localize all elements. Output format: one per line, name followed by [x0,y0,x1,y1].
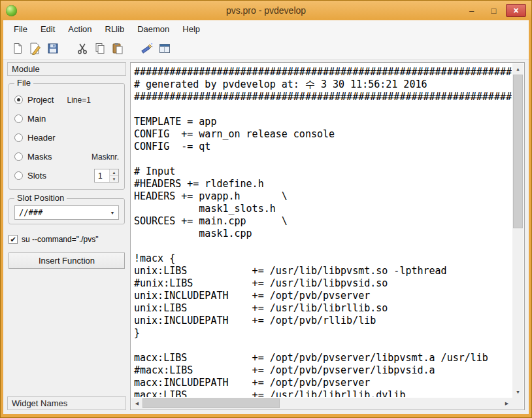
radio-icon [14,152,23,161]
module-panel: Module File Project Line=1 Main Hea [7,62,126,410]
menu-action[interactable]: Action [61,22,98,37]
radio-main[interactable]: Main [14,109,119,128]
designer-brush-icon [141,42,154,55]
open-button[interactable] [26,39,44,57]
radio-masks-label: Masks [27,152,52,162]
scrollbar-corner [512,398,524,409]
mask-window-button[interactable] [156,39,173,57]
tool-bar [3,37,529,60]
scroll-down-icon[interactable]: ▼ [512,387,524,398]
cut-button[interactable] [73,39,91,57]
radio-header-label: Header [27,133,56,143]
file-group: File Project Line=1 Main Header [8,83,125,190]
slots-spinbox[interactable]: 1 ▲ ▼ [94,169,119,183]
masknr-label: Masknr. [91,152,119,162]
cut-icon [76,43,88,54]
line-indicator: Line=1 [67,96,90,105]
slot-position-combobox[interactable]: //### ▼ [14,205,119,220]
save-icon [47,43,59,54]
mask-window-icon [158,42,171,55]
module-dock-title[interactable]: Module [7,62,126,76]
menu-bar: File Edit Action RLlib Daemon Help [3,20,529,37]
scroll-right-icon[interactable]: ▶ [501,398,512,409]
file-group-title: File [14,78,33,88]
menu-file[interactable]: File [7,22,34,37]
combo-dropdown-icon[interactable]: ▼ [107,211,118,215]
checkbox-checked-icon: ✔ [8,235,18,244]
radio-header[interactable]: Header [14,128,119,147]
app-window: pvs.pro - pvdevelop – □ × File Edit Acti… [0,0,532,418]
new-file-button[interactable] [8,39,26,57]
paste-button[interactable] [108,39,126,57]
spinbox-buttons: ▲ ▼ [109,169,118,182]
su-command-option[interactable]: ✔ su --command="./pvs" [8,235,125,244]
slots-spinbox-value: 1 [95,169,109,182]
widget-names-dock-title[interactable]: Widget Names [7,396,126,410]
minimize-button[interactable]: – [461,4,482,17]
menu-rllib[interactable]: RLlib [99,22,131,37]
new-file-icon [12,43,24,54]
window-controls: – □ × [461,4,526,17]
open-icon [29,42,42,55]
slot-position-value: //### [15,208,107,217]
code-text[interactable]: ########################################… [132,64,512,397]
spin-down-icon[interactable]: ▼ [110,175,118,182]
horizontal-scrollbar[interactable]: ◀ ▶ [131,398,512,409]
editor: ########################################… [130,62,525,410]
slot-position-title: Slot Position [14,193,67,203]
window-title: pvs.pro - pvdevelop [1,5,531,16]
radio-icon [14,114,23,123]
radio-project-label: Project [27,95,54,105]
insert-function-button[interactable]: Insert Function [8,253,125,269]
radio-masks[interactable]: Masks Masknr. [14,147,119,166]
scroll-left-icon[interactable]: ◀ [131,398,142,409]
radio-icon [14,133,23,142]
menu-daemon[interactable]: Daemon [131,22,176,37]
su-command-label: su --command="./pvs" [22,235,99,244]
maximize-button[interactable]: □ [484,4,504,17]
menu-help[interactable]: Help [176,22,207,37]
spin-up-icon[interactable]: ▲ [110,169,118,175]
client-area: File Edit Action RLlib Daemon Help [3,20,529,414]
menu-edit[interactable]: Edit [34,22,61,37]
slot-position-group: Slot Position //### ▼ [8,198,125,224]
radio-project[interactable]: Project Line=1 [14,90,119,109]
copy-button[interactable] [91,39,108,57]
horizontal-scroll-thumb[interactable] [142,398,280,408]
copy-icon [94,43,106,54]
radio-selected-icon [14,96,23,104]
title-bar[interactable]: pvs.pro - pvdevelop – □ × [1,1,531,20]
vertical-scrollbar[interactable]: ▲ ▼ [512,63,524,398]
radio-icon [14,171,23,180]
designer-button[interactable] [138,39,156,57]
save-button[interactable] [44,39,61,57]
close-button[interactable]: × [506,4,526,17]
radio-slots-label: Slots [27,171,46,181]
vertical-scroll-thumb[interactable] [513,75,523,228]
main-content: Module File Project Line=1 Main Hea [3,60,529,414]
radio-slots[interactable]: Slots 1 ▲ ▼ [14,166,119,185]
paste-icon [112,43,124,54]
radio-main-label: Main [27,114,46,124]
scroll-up-icon[interactable]: ▲ [512,63,524,75]
